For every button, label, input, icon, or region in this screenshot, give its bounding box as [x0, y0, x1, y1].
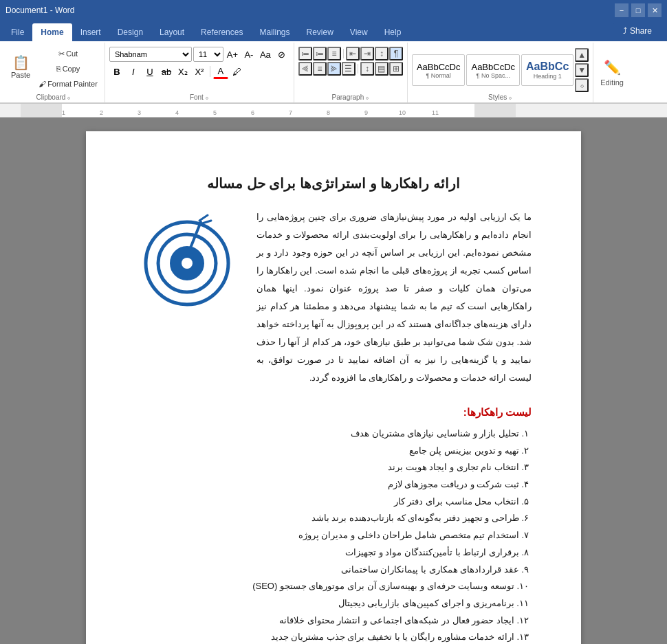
- svg-point-3: [182, 258, 193, 269]
- document-page: ارائه راهکارها و استراتژی‌ها برای حل مسا…: [86, 131, 581, 644]
- shading-button[interactable]: ▤: [375, 62, 389, 76]
- superscript-button[interactable]: X²: [192, 64, 207, 79]
- maximize-button[interactable]: □: [631, 3, 645, 17]
- bold-button[interactable]: B: [109, 64, 124, 79]
- ruler-inner: 1 2 3 4 5 6 7 8 9 10 11: [21, 104, 516, 118]
- list-item: ۵. انتخاب محل مناسب برای دفتر کار: [135, 493, 532, 511]
- styles-expand-icon[interactable]: ⬦: [508, 93, 512, 101]
- paragraph-expand-icon[interactable]: ⬦: [365, 93, 369, 101]
- change-case-button[interactable]: Aa: [258, 47, 273, 62]
- clipboard-buttons: 📋 Paste ✂ Cut ⎘ Copy 🖌 Format Painter: [7, 44, 100, 93]
- italic-button[interactable]: I: [126, 64, 141, 79]
- ribbon-toolbar: 📋 Paste ✂ Cut ⎘ Copy 🖌 Format Painter: [0, 41, 667, 103]
- tab-file[interactable]: File: [3, 23, 32, 41]
- font-name-row: Shabnam 11 A+ A- Aa ⊘: [109, 47, 289, 62]
- font-format-row: B I U ab X₂ X² A 🖊: [109, 64, 289, 79]
- document-area[interactable]: ارائه راهکارها و استراتژی‌ها برای حل مسا…: [0, 118, 667, 644]
- tab-view[interactable]: View: [342, 23, 376, 41]
- ruler: 1 2 3 4 5 6 7 8 9 10 11: [0, 104, 667, 118]
- svg-line-7: [202, 221, 211, 223]
- ribbon: File Home Insert Design Layout Reference…: [0, 21, 667, 104]
- bullets-button[interactable]: ≔: [298, 47, 312, 60]
- styles-expand[interactable]: ⬦: [575, 78, 589, 92]
- clipboard-expand-icon[interactable]: ⬦: [67, 93, 71, 101]
- list-item: ۱. تحلیل بازار و شناسایی نیازهای مشتریان…: [135, 425, 532, 443]
- close-button[interactable]: ✕: [648, 3, 661, 17]
- share-icon: ⤴: [623, 26, 627, 36]
- paragraph-controls: ≔ ≔ ≡ ⇤ ⇥ ↕ ¶ ⫷ ≡ ⫸ ☰ ↕ ▤ ⊞: [298, 44, 403, 93]
- decrease-indent-button[interactable]: ⇤: [346, 47, 360, 60]
- format-painter-button[interactable]: 🖌 Format Painter: [36, 77, 100, 91]
- font-label: Font ⬦: [190, 93, 209, 102]
- tab-review[interactable]: Review: [298, 23, 341, 41]
- format-painter-icon: 🖌: [39, 80, 46, 88]
- line-spacing-button[interactable]: ↕: [360, 62, 374, 76]
- style-heading1[interactable]: AaBbCc Heading 1: [521, 54, 573, 86]
- target-icon: [139, 208, 242, 313]
- styles-group: AaBbCcDc ¶ Normal AaBbCcDc ¶ No Spac... …: [408, 43, 593, 102]
- align-right-button[interactable]: ⫸: [327, 62, 341, 76]
- list-item: ۱۳. ارائه خدمات مشاوره رایگان یا با تخفی…: [135, 629, 532, 644]
- decrease-font-button[interactable]: A-: [241, 47, 256, 62]
- paste-icon: 📋: [12, 56, 30, 69]
- paragraph-row1: ≔ ≔ ≡ ⇤ ⇥ ↕ ¶: [298, 47, 403, 60]
- window-controls: − □ ✕: [615, 3, 661, 17]
- copy-icon: ⎘: [56, 65, 61, 73]
- minimize-button[interactable]: −: [615, 3, 628, 17]
- highlight-button[interactable]: 🖊: [230, 64, 245, 79]
- list-item: ۸. برقراری ارتباط با تأمین‌کنندگان مواد …: [135, 544, 532, 562]
- editing-mode[interactable]: ✏️ Editing: [593, 43, 631, 102]
- font-color-button[interactable]: A: [213, 64, 228, 79]
- style-normal[interactable]: AaBbCcDc ¶ Normal: [412, 54, 466, 86]
- multilevel-button[interactable]: ≡: [327, 47, 341, 60]
- show-marks-button[interactable]: ¶: [389, 47, 403, 60]
- subscript-button[interactable]: X₂: [175, 64, 190, 79]
- tab-references[interactable]: References: [193, 23, 251, 41]
- justify-button[interactable]: ☰: [342, 62, 356, 76]
- title-bar: Document1 - Word − □ ✕: [0, 0, 667, 21]
- clear-format-button[interactable]: ⊘: [274, 47, 289, 62]
- style-nospace[interactable]: AaBbCcDc ¶ No Spac...: [466, 54, 520, 86]
- styles-scroll-up[interactable]: ▲: [575, 48, 589, 62]
- list-item: ۴. ثبت شرکت و دریافت مجوزهای لازم: [135, 476, 532, 493]
- sort-button[interactable]: ↕: [375, 47, 389, 60]
- share-button[interactable]: ⤴ Share: [613, 22, 661, 40]
- intro-paragraph: ما یک ارزیابی اولیه در مورد پیش‌نیازهای …: [256, 208, 532, 387]
- tab-layout[interactable]: Layout: [151, 23, 193, 41]
- intro-text: ما یک ارزیابی اولیه در مورد پیش‌نیازهای …: [256, 208, 532, 392]
- font-name-select[interactable]: Shabnam: [109, 47, 192, 62]
- font-controls: Shabnam 11 A+ A- Aa ⊘ B I U ab X₂ X²: [109, 44, 289, 93]
- increase-indent-button[interactable]: ⇥: [360, 47, 374, 60]
- tab-help[interactable]: Help: [376, 23, 410, 41]
- list-item: ۹. عقد قراردادهای همکاری با پیمانکاران س…: [135, 562, 532, 579]
- list-item: ۱۰. توسعه وبسایت حرفه‌ای و بهینه‌سازی آن…: [135, 578, 532, 595]
- font-size-select[interactable]: 11: [193, 47, 223, 62]
- font-expand-icon[interactable]: ⬦: [205, 93, 209, 101]
- window-title: Document1 - Word: [6, 5, 74, 15]
- copy-button[interactable]: ⎘ Copy: [36, 62, 100, 76]
- align-center-button[interactable]: ≡: [313, 62, 327, 76]
- tab-mailings[interactable]: Mailings: [251, 23, 298, 41]
- borders-button[interactable]: ⊞: [389, 62, 403, 76]
- paragraph-row2: ⫷ ≡ ⫸ ☰ ↕ ▤ ⊞: [298, 62, 403, 76]
- align-left-button[interactable]: ⫷: [298, 62, 312, 76]
- underline-button[interactable]: U: [142, 64, 157, 79]
- tab-design[interactable]: Design: [109, 23, 151, 41]
- cut-button[interactable]: ✂ Cut: [36, 47, 100, 60]
- styles-controls: AaBbCcDc ¶ Normal AaBbCcDc ¶ No Spac... …: [412, 44, 589, 93]
- paste-button[interactable]: 📋 Paste: [7, 47, 34, 88]
- list-item: ۱۱. برنامه‌ریزی و اجرای کمپین‌های بازاری…: [135, 595, 532, 612]
- font-group: Shabnam 11 A+ A- Aa ⊘ B I U ab X₂ X²: [105, 43, 294, 102]
- styles-scroll-down[interactable]: ▼: [575, 63, 589, 77]
- numbering-button[interactable]: ≔: [313, 47, 327, 60]
- ribbon-tab-bar: File Home Insert Design Layout Reference…: [0, 21, 667, 41]
- strikethrough-button[interactable]: ab: [159, 64, 174, 79]
- clipboard-group: 📋 Paste ✂ Cut ⎘ Copy 🖌 Format Painter: [3, 43, 105, 102]
- increase-font-button[interactable]: A+: [225, 47, 240, 62]
- intro-section: ما یک ارزیابی اولیه در مورد پیش‌نیازهای …: [135, 208, 532, 392]
- tab-insert[interactable]: Insert: [72, 23, 109, 41]
- document-title: ارائه راهکارها و استراتژی‌ها برای حل مسا…: [135, 173, 532, 195]
- tab-home[interactable]: Home: [32, 23, 72, 41]
- svg-line-6: [199, 215, 208, 221]
- list-item: ۱۲. ایجاد حضور فعال در شبکه‌های اجتماعی …: [135, 612, 532, 630]
